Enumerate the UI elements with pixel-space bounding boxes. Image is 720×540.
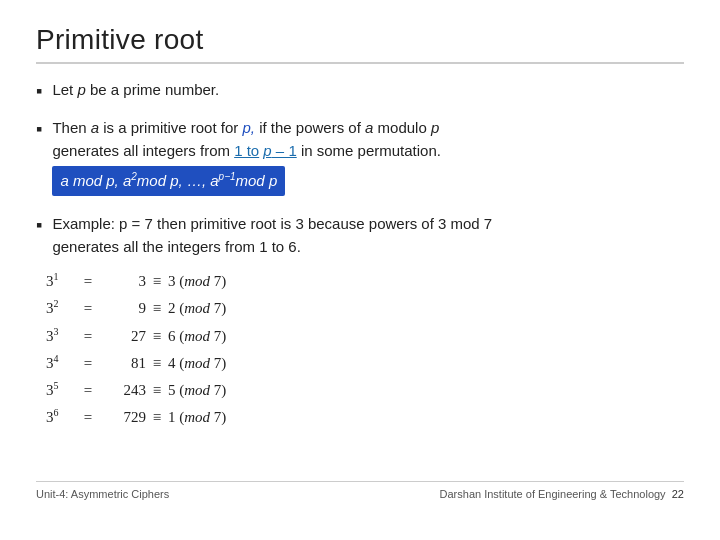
math-base-4: 34 bbox=[46, 350, 74, 376]
math-eq-1: = bbox=[74, 268, 102, 294]
math-equiv-5: ≡ bbox=[146, 377, 168, 403]
math-mod-4: 4 (mod 7) bbox=[168, 350, 298, 376]
range-end: – 1 bbox=[272, 142, 297, 159]
bullet-marker-1: ▪ bbox=[36, 78, 42, 106]
math-equiv-6: ≡ bbox=[146, 404, 168, 430]
bullet-item-3: ▪ Example: p = 7 then primitive root is … bbox=[36, 212, 684, 259]
math-val-2: 9 bbox=[102, 295, 146, 321]
math-val-1: 3 bbox=[102, 268, 146, 294]
formula-highlight: a mod p, a2mod p, …, ap−1mod p bbox=[52, 166, 285, 195]
slide: Primitive root ▪ Let p be a prime number… bbox=[0, 0, 720, 540]
slide-content: ▪ Let p be a prime number. ▪ Then a is a… bbox=[36, 78, 684, 481]
math-row-2: 32 = 9 ≡ 2 (mod 7) bbox=[46, 295, 684, 321]
footer-institute: Darshan Institute of Engineering & Techn… bbox=[440, 488, 666, 500]
math-base-3: 33 bbox=[46, 323, 74, 349]
footer-right: Darshan Institute of Engineering & Techn… bbox=[440, 488, 684, 500]
math-val-6: 729 bbox=[102, 404, 146, 430]
var-a-2: a bbox=[365, 119, 373, 136]
math-base-6: 36 bbox=[46, 404, 74, 430]
math-eq-2: = bbox=[74, 295, 102, 321]
math-mod-3: 6 (mod 7) bbox=[168, 323, 298, 349]
footer: Unit-4: Asymmetric Ciphers Darshan Insti… bbox=[36, 481, 684, 500]
title-area: Primitive root bbox=[36, 24, 684, 64]
math-row-4: 34 = 81 ≡ 4 (mod 7) bbox=[46, 350, 684, 376]
math-eq-4: = bbox=[74, 350, 102, 376]
var-p-3: p bbox=[263, 142, 271, 159]
var-p-colored: p, bbox=[242, 119, 255, 136]
math-val-4: 81 bbox=[102, 350, 146, 376]
math-eq-5: = bbox=[74, 377, 102, 403]
slide-title: Primitive root bbox=[36, 24, 684, 56]
bullet-text-1: Let p be a prime number. bbox=[52, 78, 684, 101]
math-mod-1: 3 (mod 7) bbox=[168, 268, 298, 294]
math-row-6: 36 = 729 ≡ 1 (mod 7) bbox=[46, 404, 684, 430]
math-val-5: 243 bbox=[102, 377, 146, 403]
var-p-2: p bbox=[431, 119, 439, 136]
math-equiv-1: ≡ bbox=[146, 268, 168, 294]
var-p-1: p bbox=[77, 81, 85, 98]
math-row-5: 35 = 243 ≡ 5 (mod 7) bbox=[46, 377, 684, 403]
math-base-5: 35 bbox=[46, 377, 74, 403]
math-base-1: 31 bbox=[46, 268, 74, 294]
math-row-1: 31 = 3 ≡ 3 (mod 7) bbox=[46, 268, 684, 294]
bullet-text-2: Then a is a primitive root for p, if the… bbox=[52, 116, 684, 202]
math-mod-2: 2 (mod 7) bbox=[168, 295, 298, 321]
bullet-item-1: ▪ Let p be a prime number. bbox=[36, 78, 684, 106]
math-equiv-3: ≡ bbox=[146, 323, 168, 349]
math-mod-6: 1 (mod 7) bbox=[168, 404, 298, 430]
bullet-marker-2: ▪ bbox=[36, 116, 42, 144]
bullet-item-2: ▪ Then a is a primitive root for p, if t… bbox=[36, 116, 684, 202]
bullet-marker-3: ▪ bbox=[36, 212, 42, 240]
math-row-3: 33 = 27 ≡ 6 (mod 7) bbox=[46, 323, 684, 349]
bullet-list: ▪ Let p be a prime number. ▪ Then a is a… bbox=[36, 78, 684, 258]
footer-left: Unit-4: Asymmetric Ciphers bbox=[36, 488, 169, 500]
math-equiv-2: ≡ bbox=[146, 295, 168, 321]
math-eq-3: = bbox=[74, 323, 102, 349]
math-eq-6: = bbox=[74, 404, 102, 430]
bullet-text-3: Example: p = 7 then primitive root is 3 … bbox=[52, 212, 684, 259]
math-base-2: 32 bbox=[46, 295, 74, 321]
footer-page: 22 bbox=[672, 488, 684, 500]
math-val-3: 27 bbox=[102, 323, 146, 349]
range-start: 1 to bbox=[234, 142, 259, 159]
math-mod-5: 5 (mod 7) bbox=[168, 377, 298, 403]
math-block: 31 = 3 ≡ 3 (mod 7) 32 = 9 ≡ 2 (mod 7) 33… bbox=[46, 268, 684, 431]
var-a-1: a bbox=[91, 119, 99, 136]
math-equiv-4: ≡ bbox=[146, 350, 168, 376]
